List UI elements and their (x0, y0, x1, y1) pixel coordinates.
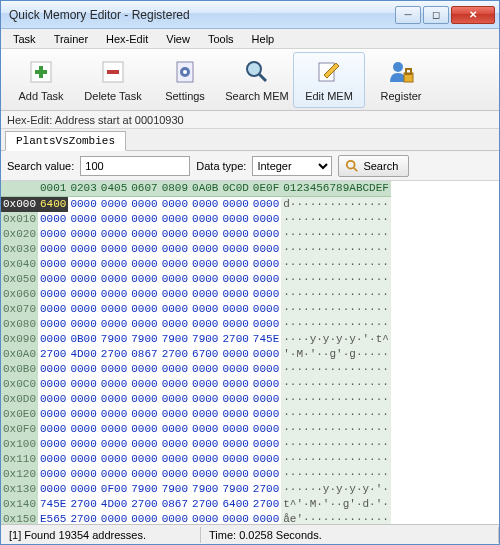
hex-row[interactable]: 0x140745E27004D0027000867270064002700t^'… (1, 497, 391, 512)
search-value-input[interactable] (80, 156, 190, 176)
menu-help[interactable]: Help (244, 31, 283, 47)
hex-word[interactable]: 0000 (190, 197, 220, 213)
hex-word[interactable]: 0000 (38, 287, 68, 302)
hex-word[interactable]: 0000 (160, 197, 190, 213)
hex-word[interactable]: 0000 (251, 392, 281, 407)
hex-word[interactable]: 0000 (220, 197, 250, 213)
hex-word[interactable]: 0000 (99, 272, 129, 287)
hex-row[interactable]: 0x01000000000000000000000000000000000···… (1, 212, 391, 227)
hex-word[interactable]: 0000 (99, 317, 129, 332)
hex-word[interactable]: 0000 (129, 377, 159, 392)
hex-word[interactable]: 0000 (68, 482, 98, 497)
menu-tools[interactable]: Tools (200, 31, 242, 47)
hex-word[interactable]: 0000 (220, 437, 250, 452)
hex-word[interactable]: 0000 (68, 287, 98, 302)
hex-row[interactable]: 0x130000000000F0079007900790079002700···… (1, 482, 391, 497)
hex-row[interactable]: 0x11000000000000000000000000000000000···… (1, 452, 391, 467)
menu-hex-edit[interactable]: Hex-Edit (98, 31, 156, 47)
hex-word[interactable]: 0000 (220, 287, 250, 302)
hex-word[interactable]: 0000 (99, 362, 129, 377)
hex-word[interactable]: 4D00 (99, 497, 129, 512)
hex-word[interactable]: 0000 (38, 302, 68, 317)
hex-word[interactable]: 0000 (129, 512, 159, 524)
hex-word[interactable]: 0000 (38, 452, 68, 467)
hex-row[interactable]: 0x08000000000000000000000000000000000···… (1, 317, 391, 332)
hex-row[interactable]: 0x0F000000000000000000000000000000000···… (1, 422, 391, 437)
hex-word[interactable]: 2700 (68, 497, 98, 512)
hex-word[interactable]: 0000 (251, 362, 281, 377)
hex-word[interactable]: 0000 (190, 437, 220, 452)
hex-word[interactable]: 0000 (160, 392, 190, 407)
hex-word[interactable]: E565 (38, 512, 68, 524)
hex-word[interactable]: 0000 (190, 257, 220, 272)
hex-word[interactable]: 2700 (68, 512, 98, 524)
hex-word[interactable]: 0000 (220, 422, 250, 437)
hex-row[interactable]: 0x0B000000000000000000000000000000000···… (1, 362, 391, 377)
hex-word[interactable]: 0000 (99, 437, 129, 452)
hex-word[interactable]: 0000 (190, 317, 220, 332)
hex-view[interactable]: 000102030405060708090A0B0C0D0E0F01234567… (1, 181, 499, 524)
hex-row[interactable]: 0x00064000000000000000000000000000000d··… (1, 197, 391, 213)
process-tab[interactable]: PlantsVsZombies (5, 131, 126, 151)
toolbar-register[interactable]: Register (365, 52, 437, 108)
hex-word[interactable]: 0000 (129, 452, 159, 467)
hex-row[interactable]: 0x04000000000000000000000000000000000···… (1, 257, 391, 272)
toolbar-add-task[interactable]: Add Task (5, 52, 77, 108)
hex-word[interactable]: 0000 (129, 422, 159, 437)
hex-word[interactable]: 0000 (68, 272, 98, 287)
hex-word[interactable]: 0000 (251, 407, 281, 422)
hex-word[interactable]: 0000 (160, 287, 190, 302)
hex-word[interactable]: 0000 (251, 437, 281, 452)
hex-word[interactable]: 0000 (129, 302, 159, 317)
hex-word[interactable]: 2700 (99, 347, 129, 362)
hex-word[interactable]: 0000 (129, 317, 159, 332)
hex-word[interactable]: 0000 (190, 422, 220, 437)
hex-word[interactable]: 0000 (251, 227, 281, 242)
hex-word[interactable]: 0000 (220, 227, 250, 242)
hex-word[interactable]: 0000 (160, 317, 190, 332)
hex-word[interactable]: 0000 (160, 512, 190, 524)
hex-word[interactable]: 0000 (129, 227, 159, 242)
hex-word[interactable]: 0000 (190, 227, 220, 242)
hex-word[interactable]: 0000 (99, 302, 129, 317)
hex-word[interactable]: 0000 (251, 212, 281, 227)
hex-word[interactable]: 0000 (129, 212, 159, 227)
hex-word[interactable]: 0000 (99, 197, 129, 213)
hex-word[interactable]: 0000 (251, 302, 281, 317)
hex-row[interactable]: 0x05000000000000000000000000000000000···… (1, 272, 391, 287)
hex-word[interactable]: 0000 (68, 227, 98, 242)
hex-word[interactable]: 0000 (160, 407, 190, 422)
hex-word[interactable]: 0000 (99, 512, 129, 524)
hex-word[interactable]: 0000 (68, 437, 98, 452)
hex-word[interactable]: 0000 (190, 392, 220, 407)
hex-word[interactable]: 0000 (99, 407, 129, 422)
hex-word[interactable]: 0000 (38, 242, 68, 257)
hex-word[interactable]: 2700 (129, 497, 159, 512)
hex-word[interactable]: 0000 (68, 317, 98, 332)
hex-word[interactable]: 0000 (38, 362, 68, 377)
hex-word[interactable]: 0000 (68, 212, 98, 227)
hex-word[interactable]: 0000 (99, 377, 129, 392)
hex-word[interactable]: 0000 (251, 512, 281, 524)
hex-word[interactable]: 2700 (160, 347, 190, 362)
search-button[interactable]: Search (338, 155, 409, 177)
hex-word[interactable]: 0000 (99, 227, 129, 242)
hex-word[interactable]: 7900 (129, 332, 159, 347)
hex-word[interactable]: 0000 (160, 422, 190, 437)
hex-word[interactable]: 7900 (220, 482, 250, 497)
hex-word[interactable]: 0000 (68, 452, 98, 467)
hex-word[interactable]: 0000 (129, 272, 159, 287)
hex-word[interactable]: 7900 (99, 332, 129, 347)
hex-word[interactable]: 2700 (220, 332, 250, 347)
hex-word[interactable]: 0000 (68, 362, 98, 377)
hex-word[interactable]: 0000 (160, 362, 190, 377)
hex-word[interactable]: 0000 (129, 392, 159, 407)
hex-word[interactable]: 0000 (190, 362, 220, 377)
hex-word[interactable]: 2700 (38, 347, 68, 362)
hex-word[interactable]: 745E (38, 497, 68, 512)
maximize-button[interactable]: ◻ (423, 6, 449, 24)
hex-word[interactable]: 0000 (160, 227, 190, 242)
hex-word[interactable]: 0867 (129, 347, 159, 362)
hex-word[interactable]: 0000 (190, 287, 220, 302)
toolbar-search-mem[interactable]: Search MEM (221, 52, 293, 108)
